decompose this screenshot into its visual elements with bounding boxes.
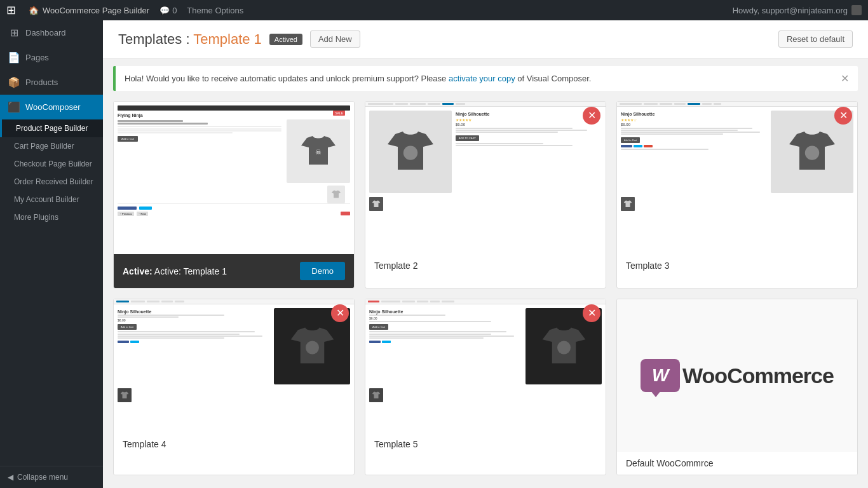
howdy-text: Howdy, support@ninjateam.org xyxy=(733,5,862,15)
template-3-remove-button[interactable]: ✕ xyxy=(834,107,852,125)
template-4-label: Template 4 xyxy=(123,439,166,449)
collapse-icon: ◀ xyxy=(8,473,13,482)
activate-copy-link[interactable]: activate your copy xyxy=(449,74,515,83)
comments-icon: 💬 xyxy=(159,6,170,15)
add-new-button[interactable]: Add New xyxy=(310,30,360,48)
sidebar-item-pages[interactable]: 📄 Pages xyxy=(0,45,103,70)
collapse-menu-button[interactable]: ◀ Collapse menu xyxy=(0,466,103,488)
svg-point-2 xyxy=(805,146,819,159)
template-card-default-woocommerce[interactable]: W WooCommerce Default WooCommrce xyxy=(616,299,858,475)
default-woocommerce-label: Default WooCommrce xyxy=(626,458,713,468)
page-title: Templates : Template 1 xyxy=(118,31,262,48)
template-5-preview: ✕ Ninjo Silhouette xyxy=(365,299,606,433)
sidebar-sub-more-plugins[interactable]: More Plugins xyxy=(0,208,103,226)
svg-point-3 xyxy=(306,341,319,354)
svg-point-4 xyxy=(557,341,571,354)
template-card-1[interactable]: Flying Ninja SALE Add to Cart xyxy=(113,101,355,288)
template-5-label: Template 5 xyxy=(374,439,417,449)
sidebar-sub-order-received-builder[interactable]: Order Received Builder xyxy=(0,173,103,191)
notice-text: Hola! Would you like to receive automati… xyxy=(125,74,591,83)
template-1-active-label: Active: Active: Template 1 xyxy=(123,266,227,276)
default-woocommerce-preview: W WooCommerce xyxy=(617,299,857,452)
sidebar: ⊞ Dashboard 📄 Pages 📦 Products ⬛ WooComp… xyxy=(0,20,103,488)
notice-close-button[interactable]: ✕ xyxy=(841,72,849,85)
sidebar-sub-my-account-builder[interactable]: My Account Builder xyxy=(0,191,103,208)
sidebar-sub-product-page-builder[interactable]: Product Page Builder xyxy=(0,119,103,137)
default-woocommerce-footer: Default WooCommrce xyxy=(617,452,857,475)
sidebar-item-dashboard[interactable]: ⊞ Dashboard xyxy=(0,20,103,45)
template-5-remove-button[interactable]: ✕ xyxy=(583,304,600,322)
sidebar-sub-checkout-page-builder[interactable]: Checkout Page Builder xyxy=(0,155,103,173)
home-icon: 🏠 xyxy=(29,6,39,15)
wp-logo-icon: ⊞ xyxy=(6,3,16,17)
template-card-4[interactable]: ✕ Ninjo Silhouette xyxy=(113,299,355,475)
sidebar-sub-cart-page-builder[interactable]: Cart Page Builder xyxy=(0,137,103,155)
template-card-2[interactable]: ✕ xyxy=(365,101,606,288)
page-header: Templates : Template 1 Actived Add New R… xyxy=(103,20,868,58)
template-3-footer: Template 3 xyxy=(617,254,857,277)
templates-grid: Flying Ninja SALE Add to Cart xyxy=(103,98,868,485)
svg-point-1 xyxy=(403,146,417,159)
template-card-3[interactable]: ✕ Ninjo Silhou xyxy=(616,101,858,288)
products-icon: 📦 xyxy=(8,76,20,88)
reset-default-button[interactable]: Reset to default xyxy=(778,30,853,48)
template-card-5[interactable]: ✕ Ninjo Silhouette xyxy=(365,299,606,475)
comments-link[interactable]: 💬 0 xyxy=(159,6,177,15)
svg-text:☠: ☠ xyxy=(315,148,322,156)
sidebar-item-products[interactable]: 📦 Products xyxy=(0,70,103,95)
template-1-active-footer: Active: Active: Template 1 Demo xyxy=(114,254,354,288)
template-2-remove-button[interactable]: ✕ xyxy=(583,107,600,125)
pages-icon: 📄 xyxy=(8,51,20,64)
active-badge: Actived xyxy=(269,34,302,45)
notice-banner: Hola! Would you like to receive automati… xyxy=(113,66,858,91)
template-2-label: Template 2 xyxy=(374,261,417,271)
template-2-preview: ✕ xyxy=(365,102,606,254)
template-5-footer: Template 5 xyxy=(365,433,606,456)
template-4-footer: Template 4 xyxy=(114,433,354,456)
template-3-label: Template 3 xyxy=(626,261,669,271)
sidebar-item-woocomposer[interactable]: ⬛ WooComposer xyxy=(0,95,103,119)
theme-options-link[interactable]: Theme Options xyxy=(187,6,243,15)
template-4-remove-button[interactable]: ✕ xyxy=(331,304,349,322)
admin-bar: ⊞ 🏠 WooCommerce Page Builder 💬 0 Theme O… xyxy=(0,0,868,20)
dashboard-icon: ⊞ xyxy=(8,27,20,39)
template-2-footer: Template 2 xyxy=(365,254,606,277)
template-3-preview: ✕ Ninjo Silhou xyxy=(617,102,857,254)
woocomposer-icon: ⬛ xyxy=(8,101,20,113)
template-4-preview: ✕ Ninjo Silhouette xyxy=(114,299,354,433)
template-1-preview: Flying Ninja SALE Add to Cart xyxy=(114,102,354,254)
template-1-demo-button[interactable]: Demo xyxy=(300,262,345,280)
avatar xyxy=(851,5,862,15)
site-name[interactable]: 🏠 WooCommerce Page Builder xyxy=(29,6,149,15)
content-area: Templates : Template 1 Actived Add New R… xyxy=(103,20,868,488)
